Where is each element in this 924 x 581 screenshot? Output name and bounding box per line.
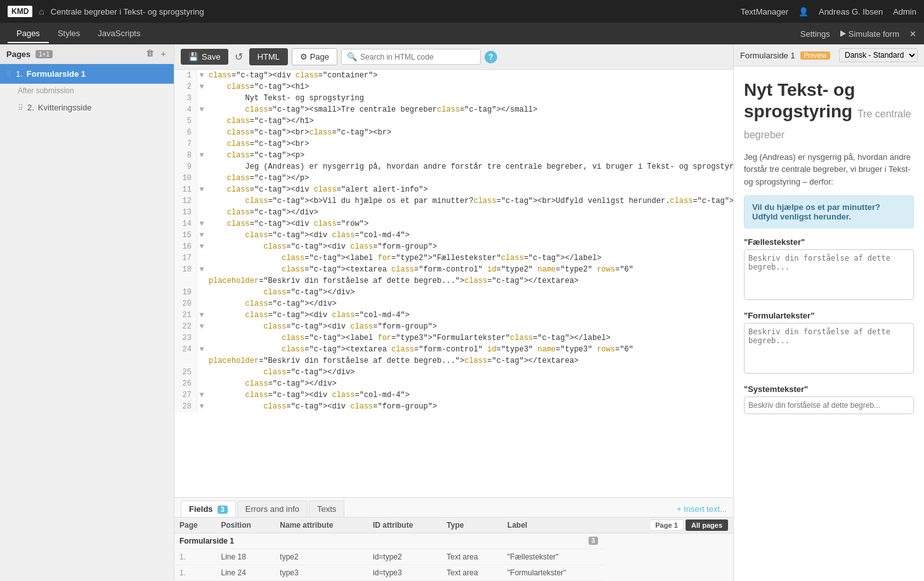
tab-errors[interactable]: Errors and info	[237, 500, 308, 517]
code-line[interactable]: placeholder="Beskriv din forståelse af d…	[174, 355, 733, 367]
bottom-tabs: Fields 3 Errors and info Texts + Insert …	[174, 497, 733, 581]
after-submission-label: After submission	[0, 84, 174, 98]
line-toggle[interactable]: ▼	[197, 104, 206, 115]
user-name[interactable]: Andreas G. Ibsen	[819, 7, 883, 16]
code-line[interactable]: 28▼ class="c-tag"><div class="form-group…	[174, 401, 733, 412]
refresh-button[interactable]: ↺	[232, 48, 245, 65]
html-tab-btn[interactable]: HTML	[249, 48, 288, 65]
code-line[interactable]: 21▼ class="c-tag"><div class="col-md-4">	[174, 310, 733, 321]
line-toggle[interactable]	[197, 195, 206, 207]
code-line[interactable]: 4▼ class="c-tag"><small>Tre centrale beg…	[174, 104, 733, 115]
code-line[interactable]: 25 class="c-tag"></div>	[174, 367, 733, 378]
line-toggle[interactable]: ▼	[197, 241, 206, 252]
code-line[interactable]: 17 class="c-tag"><label for="type2">"Fæl…	[174, 252, 733, 264]
line-toggle[interactable]: ▼	[197, 310, 206, 321]
code-line[interactable]: 16▼ class="c-tag"><div class="form-group…	[174, 241, 733, 252]
code-line[interactable]: 3 Nyt Tekst- og sprogstyring	[174, 93, 733, 104]
center-editor: 💾 Save ↺ HTML ⚙ Page 🔍 ? 1▼class="c-tag"…	[174, 44, 734, 581]
code-line[interactable]: 15▼ class="c-tag"><div class="col-md-4">	[174, 230, 733, 241]
code-line[interactable]: 26 class="c-tag"></div>	[174, 378, 733, 389]
insert-text-btn[interactable]: + Insert text...	[677, 504, 727, 514]
code-line[interactable]: 14▼ class="c-tag"><div class="row">	[174, 218, 733, 230]
textmanager-link[interactable]: TextManager	[741, 7, 788, 16]
code-line[interactable]: 10 class="c-tag"></p>	[174, 173, 733, 184]
admin-link[interactable]: Admin	[893, 7, 916, 16]
line-toggle[interactable]	[197, 173, 206, 184]
code-line[interactable]: 5 class="c-tag"></h1>	[174, 115, 733, 127]
code-line[interactable]: 6 class="c-tag"><br>class="c-tag"><br>	[174, 127, 733, 138]
search-box[interactable]: 🔍	[341, 49, 481, 65]
line-toggle[interactable]: ▼	[197, 230, 206, 241]
line-toggle[interactable]: ▼	[197, 81, 206, 93]
preview-textarea-1[interactable]	[744, 249, 914, 300]
code-line[interactable]: 13 class="c-tag"></div>	[174, 207, 733, 218]
code-line[interactable]: placeholder="Beskriv din forståelse af d…	[174, 275, 733, 287]
line-toggle[interactable]: ▼	[197, 401, 206, 412]
line-toggle[interactable]: ▼	[197, 344, 206, 355]
line-toggle[interactable]	[197, 378, 206, 389]
code-line[interactable]: 9 Jeg (Andreas) er nysgerrig på, hvordan…	[174, 161, 733, 173]
home-icon[interactable]: ⌂	[39, 6, 44, 16]
sidebar-item-page2[interactable]: ⠿ 2. Kvitteringsside	[0, 98, 174, 117]
search-input[interactable]	[360, 53, 475, 62]
add-page-icon[interactable]: ＋	[159, 48, 167, 60]
code-line[interactable]: 19 class="c-tag"></div>	[174, 287, 733, 298]
save-button[interactable]: 💾 Save	[181, 49, 228, 65]
line-toggle[interactable]	[197, 367, 206, 378]
line-toggle[interactable]	[197, 127, 206, 138]
line-number: 25	[174, 367, 197, 378]
code-line[interactable]: 12 class="c-tag"><b>Vil du hjælpe os et …	[174, 195, 733, 207]
tab-fields[interactable]: Fields 3	[181, 500, 236, 517]
tab-texts[interactable]: Texts	[309, 500, 344, 517]
line-toggle[interactable]	[197, 207, 206, 218]
code-line[interactable]: 23 class="c-tag"><label for="type3">"For…	[174, 332, 733, 344]
line-toggle[interactable]	[197, 287, 206, 298]
code-line[interactable]: 22▼ class="c-tag"><div class="form-group…	[174, 321, 733, 332]
close-icon[interactable]: ✕	[909, 29, 916, 39]
line-content: class="c-tag"><div class="col-md-4">	[206, 389, 410, 401]
line-toggle[interactable]	[197, 275, 206, 287]
code-editor[interactable]: 1▼class="c-tag"><div class="container">2…	[174, 70, 733, 497]
tab-pages[interactable]: Pages	[8, 25, 49, 43]
settings-link[interactable]: Settings	[800, 29, 830, 39]
preview-lang[interactable]: Dansk - Standard	[839, 48, 918, 62]
code-line[interactable]: 18▼ class="c-tag"><textarea class="form-…	[174, 264, 733, 275]
trash-icon[interactable]: 🗑	[146, 48, 154, 60]
line-toggle[interactable]	[197, 252, 206, 264]
line-content: Nyt Tekst- og sprogstyring	[206, 93, 364, 104]
line-toggle[interactable]: ▼	[197, 389, 206, 401]
preview-textarea-2[interactable]	[744, 323, 914, 374]
tab-styles[interactable]: Styles	[49, 25, 89, 43]
page-tab-btn[interactable]: ⚙ Page	[292, 48, 337, 65]
page-filter-page1[interactable]: Page 1	[649, 519, 683, 531]
code-line[interactable]: 20 class="c-tag"></div>	[174, 298, 733, 310]
page-filter-all[interactable]: All pages	[686, 519, 728, 531]
language-select[interactable]: Dansk - Standard	[839, 48, 918, 62]
line-toggle[interactable]: ▼	[197, 218, 206, 230]
line-toggle[interactable]	[197, 93, 206, 104]
preview-input-systemtekster[interactable]	[744, 396, 914, 414]
line-toggle[interactable]	[197, 332, 206, 344]
code-line[interactable]: 8▼ class="c-tag"><p>	[174, 150, 733, 161]
code-line[interactable]: 24▼ class="c-tag"><textarea class="form-…	[174, 344, 733, 355]
line-toggle[interactable]	[197, 298, 206, 310]
line-toggle[interactable]: ▼	[197, 264, 206, 275]
line-toggle[interactable]	[197, 161, 206, 173]
line-toggle[interactable]: ▼	[197, 184, 206, 195]
line-toggle[interactable]: ▼	[197, 150, 206, 161]
code-line[interactable]: 2▼ class="c-tag"><h1>	[174, 81, 733, 93]
line-toggle[interactable]	[197, 115, 206, 127]
line-toggle[interactable]: ▼	[197, 70, 206, 81]
line-toggle[interactable]	[197, 355, 206, 367]
help-icon[interactable]: ?	[485, 51, 497, 63]
sidebar-item-page1[interactable]: ⠿ 1. Formularside 1	[0, 64, 174, 84]
line-toggle[interactable]	[197, 138, 206, 150]
simulate-form-btn[interactable]: Simulate form	[840, 29, 899, 39]
code-line[interactable]: 7 class="c-tag"><br>	[174, 138, 733, 150]
line-toggle[interactable]: ▼	[197, 321, 206, 332]
code-line[interactable]: 27▼ class="c-tag"><div class="col-md-4">	[174, 389, 733, 401]
tab-javascripts[interactable]: JavaScripts	[89, 25, 149, 43]
code-line[interactable]: 11▼ class="c-tag"><div class="alert aler…	[174, 184, 733, 195]
code-line[interactable]: 1▼class="c-tag"><div class="container">	[174, 70, 733, 81]
line-number: 26	[174, 378, 197, 389]
